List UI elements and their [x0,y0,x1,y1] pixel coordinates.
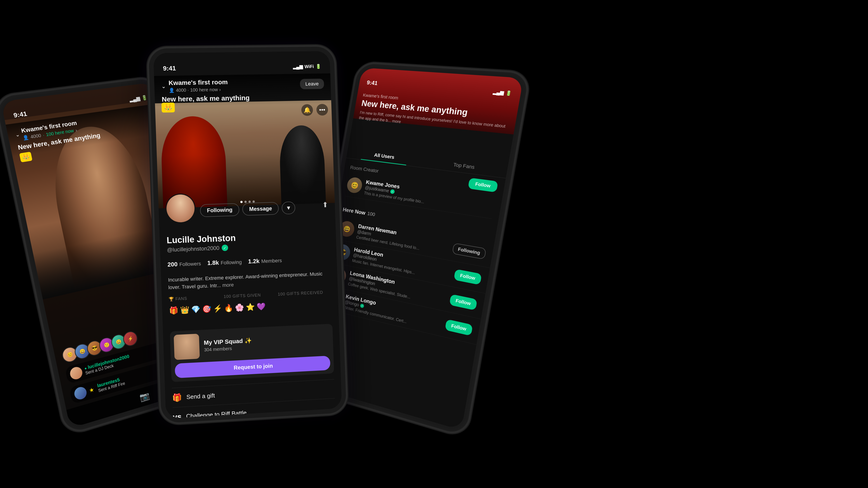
center-status-bar: 9:41 ▂▄▆ WiFi 🔋 [153,51,330,72]
center-signal-icon: ▂▄▆ [293,64,303,69]
center-video-controls: 🔔 ••• [301,104,328,116]
gifts-given-col: 100 GIFTS GIVEN [223,292,278,301]
members-stat: 1.2k Members [248,257,282,265]
center-room-title: Kwame's first room [168,78,228,87]
following-stat: 1.8k Following [207,258,242,267]
right-status-icons: ▂▄▆ 🔋 [493,89,512,96]
darren-following-button[interactable]: Following [452,242,486,259]
following-label: Following [221,259,242,266]
center-chevron-right-icon: › [219,87,221,92]
center-video-area: 🔔 ••• [155,100,335,208]
gift-icon-7: 🌸 [235,303,244,312]
center-chevron-down-icon[interactable]: ⌄ [161,83,166,90]
center-bottom-actions: 🎁 Send a gift vs Challenge to Riff Battl… [165,379,342,419]
verified-icon-small: ● [84,366,87,370]
left-chevron-down-icon[interactable]: ⌄ [15,131,20,138]
fans-col: 🏆 FANS [168,294,224,304]
profile-name-section: Lucille Johnston @lucillejohnston2000 ✓ [166,230,330,253]
left-signal-icon: ▂▄▆ [129,96,141,103]
members-label: Members [261,258,282,264]
center-room-row: ⌄ Kwame's first room 👤 4000 · 100 here n… [161,77,324,93]
dots-icon: ••• [319,106,326,113]
indicator-dot-2 [244,201,247,203]
chat-avatar-2 [73,386,88,401]
gifts-received-label: 100 GIFTS RECEIVED [278,290,331,297]
challenge-battle-label: Challenge to Riff Battle [186,410,247,419]
center-content: 9:41 ▂▄▆ WiFi 🔋 ⌄ Kwame's first room [153,51,342,418]
battle-action-icon: vs [173,412,182,418]
left-chevron-right-icon: › [75,127,78,133]
bio-more-link[interactable]: more [222,282,234,288]
center-screen: 9:41 ▂▄▆ WiFi 🔋 ⌄ Kwame's first room [153,51,342,418]
gift-action-icon: 🎁 [172,393,182,402]
gift-icon-8: ⭐ [246,302,255,312]
bell-icon: 🔔 [303,106,311,113]
creator-follow-button[interactable]: Follow [468,178,498,193]
chat-avatar-1 [69,365,84,381]
gift-icon-2: 👑 [180,305,189,315]
center-status-icons: ▂▄▆ WiFi 🔋 [293,64,321,69]
gifts-received-col: 100 GIFTS RECEIVED [278,290,331,299]
left-people-icon: 👤 [22,134,29,141]
left-battery-icon: 🔋 [141,95,148,101]
gift-icon-4: 🎯 [202,304,212,314]
indicator-dot-4 [252,200,255,203]
profile-avatar [165,193,196,224]
followers-label: Followers [179,261,201,267]
following-count: 1.8k [207,259,219,267]
profile-bio: Incurable writer. Extreme explorer. Awar… [168,270,331,291]
creator-avatar: 😊 [346,176,363,194]
vip-image-inner [174,334,200,360]
leona-follow-button[interactable]: Follow [449,294,477,311]
scene: 9:41 ▂▄▆ 🔋 ⌄ Kwame's first room 👤 [0,0,868,488]
gifts-given-label: 100 GIFTS GIVEN [223,292,278,299]
gift-icon-3: 💎 [191,305,200,314]
message-button[interactable]: Message [242,202,279,216]
center-people-icon: 👤 [168,88,175,93]
left-dot: · [42,132,45,138]
gift-icon-9: 💜 [256,302,266,311]
right-more-link[interactable]: more [392,119,401,124]
followers-stat: 200 Followers [167,260,201,268]
darren-avatar: 😄 [338,220,355,238]
center-wifi-icon: WiFi [305,64,314,69]
more-options-button[interactable]: ••• [316,104,328,116]
star-icon: ★ [89,386,95,394]
center-room-count: 4000 [176,88,186,93]
vip-squad-image [174,334,200,360]
harold-follow-button[interactable]: Follow [454,269,482,285]
center-crown-badge: 👑 [161,103,175,112]
gifts-section: 🏆 FANS 100 GIFTS GIVEN 100 GIFTS RECEIVE… [168,290,332,315]
share-button[interactable]: ⬆ [322,200,329,209]
center-battery-icon: 🔋 [315,64,321,69]
vip-squad-section: My VIP Squad ✨ 304 members Request to jo… [170,324,334,382]
kevin-follow-button[interactable]: Follow [445,319,473,336]
vip-info: My VIP Squad ✨ 304 members [204,333,330,352]
following-button[interactable]: Following [200,203,239,217]
center-header: ⌄ Kwame's first room 👤 4000 · 100 here n… [154,73,331,107]
indicator-dot-1 [240,201,243,203]
right-signal-icon: ▂▄▆ [493,89,504,95]
profile-avatar-area [165,193,196,224]
phone-center: 9:41 ▂▄▆ WiFi 🔋 ⌄ Kwame's first room [149,46,346,423]
leave-button[interactable]: Leave [300,78,324,89]
trophy-icon: 🏆 [168,296,174,302]
room-creator-label: Room Creator [350,164,379,174]
gift-icon-6: 🔥 [224,303,234,313]
here-now-label: Here Now [342,206,366,216]
left-room-count: 4000 [30,133,41,140]
dropdown-button[interactable]: ▼ [282,201,296,215]
indicator-dot-3 [248,201,251,203]
bell-button[interactable]: 🔔 [301,104,313,116]
center-room-here: 100 here now [190,87,218,93]
right-time: 9:41 [366,79,378,87]
send-gift-label: Send a gift [186,392,215,400]
dropdown-arrow-icon: ▼ [286,205,291,211]
gift-icon-1: 🎁 [169,306,179,315]
followers-count: 200 [167,261,178,268]
profile-handle: @lucillejohnston2000 [167,245,219,253]
center-room-meta: 👤 4000 · 100 here now › [168,87,228,93]
fans-label: 🏆 FANS [168,294,224,302]
left-crown-badge: 👑 [19,152,33,162]
avatar-face [166,194,195,223]
